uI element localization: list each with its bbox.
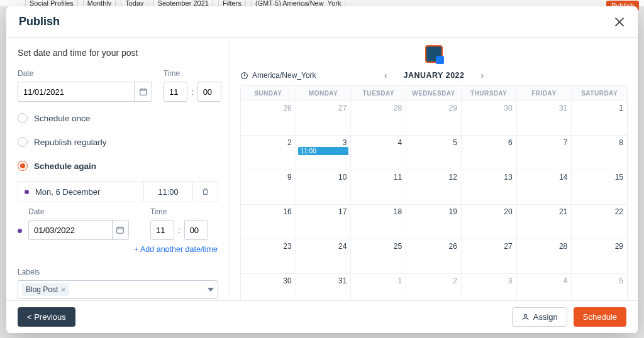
- calendar-day-cell[interactable]: 17: [296, 204, 352, 239]
- schedule-marker-icon: [18, 229, 22, 233]
- radio-dot-icon: [18, 161, 28, 171]
- day-number: 14: [559, 173, 567, 182]
- calendar-header: America/New_York ‹ JANUARY 2022 ›: [240, 68, 628, 83]
- radio-schedule-once[interactable]: Schedule once: [18, 113, 218, 123]
- calendar-event[interactable]: 11:00: [298, 147, 349, 155]
- close-icon[interactable]: [614, 16, 625, 28]
- svg-rect-0: [140, 89, 147, 95]
- day-number: 30: [283, 276, 291, 285]
- calendar-day-cell[interactable]: 311:00: [296, 135, 352, 170]
- calendar-day-cell[interactable]: 7: [517, 135, 572, 170]
- day-number: 30: [504, 104, 512, 112]
- day-number: 31: [338, 276, 347, 285]
- calendar-day-cell[interactable]: 26: [241, 101, 296, 135]
- day-number: 23: [283, 242, 291, 251]
- calendar-day-cell[interactable]: 27: [462, 239, 517, 273]
- calendar-day-cell[interactable]: 29: [406, 101, 462, 135]
- calendar-day-cell[interactable]: 4: [517, 273, 572, 300]
- calendar-next-button[interactable]: ›: [476, 68, 489, 83]
- calendar-icon[interactable]: [134, 82, 152, 101]
- calendar-day-cell[interactable]: 2: [241, 135, 296, 170]
- calendar-day-cell[interactable]: 14: [517, 170, 572, 204]
- calendar-day-cell[interactable]: 18: [351, 204, 406, 239]
- day-number: 4: [397, 138, 402, 147]
- day-number: 8: [619, 138, 623, 147]
- day-number: 27: [504, 242, 512, 251]
- calendar-day-cell[interactable]: 10: [296, 170, 352, 204]
- calendar-day-cell[interactable]: 4: [351, 135, 406, 170]
- calendar-day-cell[interactable]: 3: [462, 273, 517, 300]
- primary-date-input[interactable]: [18, 82, 134, 101]
- day-number: 31: [559, 104, 567, 112]
- primary-hour-input[interactable]: [164, 82, 187, 101]
- calendar-day-cell[interactable]: 6: [462, 135, 517, 170]
- labels-select[interactable]: Blog Post ×: [18, 280, 218, 299]
- calendar-day-cell[interactable]: 19: [406, 204, 462, 239]
- calendar-day-cell[interactable]: 31: [517, 101, 572, 135]
- day-number: 2: [287, 138, 292, 147]
- calendar-prev-button[interactable]: ‹: [379, 68, 392, 83]
- schedule-button[interactable]: Schedule: [574, 307, 626, 327]
- radio-dot-icon: [18, 113, 28, 123]
- remove-chip-icon[interactable]: ×: [61, 286, 65, 293]
- weekday-label: TUESDAY: [351, 86, 406, 101]
- calendar-day-cell[interactable]: 13: [462, 170, 517, 204]
- primary-min-input[interactable]: [198, 82, 221, 101]
- assign-button[interactable]: Assign: [512, 307, 567, 327]
- calendar-day-cell[interactable]: 1: [351, 273, 406, 300]
- calendar-day-cell[interactable]: 25: [351, 239, 406, 273]
- day-number: 2: [453, 276, 457, 285]
- modal-footer: < Previous Assign Schedule: [6, 300, 638, 333]
- add-another-datetime-link[interactable]: + Add another date/time: [18, 245, 218, 254]
- second-date-input-wrap[interactable]: [28, 220, 129, 240]
- day-number: 3: [343, 138, 347, 147]
- calendar-day-cell[interactable]: 22: [572, 204, 627, 239]
- day-number: 28: [394, 104, 402, 112]
- radio-republish-regularly[interactable]: Republish regularly: [18, 137, 218, 147]
- calendar-day-cell[interactable]: 9: [241, 170, 296, 204]
- trash-icon: [201, 187, 209, 196]
- calendar-day-cell[interactable]: 30: [241, 273, 296, 300]
- primary-hour-input-wrap[interactable]: [164, 82, 187, 102]
- radio-schedule-again[interactable]: Schedule again: [18, 161, 218, 171]
- second-min-input[interactable]: [185, 221, 208, 239]
- calendar-day-cell[interactable]: 24: [296, 239, 352, 273]
- calendar-day-cell[interactable]: 26: [406, 239, 462, 273]
- second-hour-input-wrap[interactable]: [150, 220, 174, 240]
- calendar-day-cell[interactable]: 21: [517, 204, 572, 239]
- calendar-day-cell[interactable]: 28: [351, 101, 406, 135]
- calendar-day-cell[interactable]: 28: [517, 239, 572, 273]
- day-number: 6: [508, 138, 513, 147]
- day-number: 9: [287, 173, 292, 182]
- calendar-day-cell[interactable]: 1: [572, 101, 627, 135]
- person-icon: [521, 313, 530, 321]
- calendar-day-cell[interactable]: 15: [572, 170, 627, 204]
- primary-min-input-wrap[interactable]: [197, 82, 221, 102]
- calendar-day-cell[interactable]: 5: [572, 273, 627, 300]
- social-profile-icon[interactable]: [425, 45, 443, 63]
- calendar-day-cell[interactable]: 2: [406, 273, 462, 300]
- day-number: 25: [394, 242, 402, 251]
- second-date-input[interactable]: [29, 221, 112, 239]
- calendar-day-cell[interactable]: 31: [296, 273, 352, 300]
- calendar-day-cell[interactable]: 20: [462, 204, 517, 239]
- calendar-day-cell[interactable]: 27: [296, 101, 352, 135]
- chevron-down-icon[interactable]: [208, 288, 214, 292]
- calendar-day-cell[interactable]: 12: [406, 170, 462, 204]
- calendar-day-cell[interactable]: 5: [406, 135, 462, 170]
- calendar-icon[interactable]: [112, 221, 128, 239]
- calendar-day-cell[interactable]: 11: [351, 170, 406, 204]
- second-min-input-wrap[interactable]: [184, 220, 208, 240]
- primary-date-input-wrap[interactable]: [18, 82, 152, 102]
- delete-scheduled-entry[interactable]: [192, 182, 218, 202]
- previous-button[interactable]: < Previous: [18, 307, 75, 327]
- modal-body: Set date and time for your post Date Tim…: [6, 38, 638, 300]
- calendar-day-cell[interactable]: 16: [241, 204, 296, 239]
- calendar-day-cell[interactable]: 8: [572, 135, 627, 170]
- calendar-day-cell[interactable]: 30: [462, 101, 517, 135]
- day-number: 17: [338, 207, 347, 216]
- day-number: 15: [615, 173, 623, 182]
- calendar-day-cell[interactable]: 29: [572, 239, 627, 273]
- calendar-day-cell[interactable]: 23: [241, 239, 296, 273]
- second-hour-input[interactable]: [151, 221, 174, 239]
